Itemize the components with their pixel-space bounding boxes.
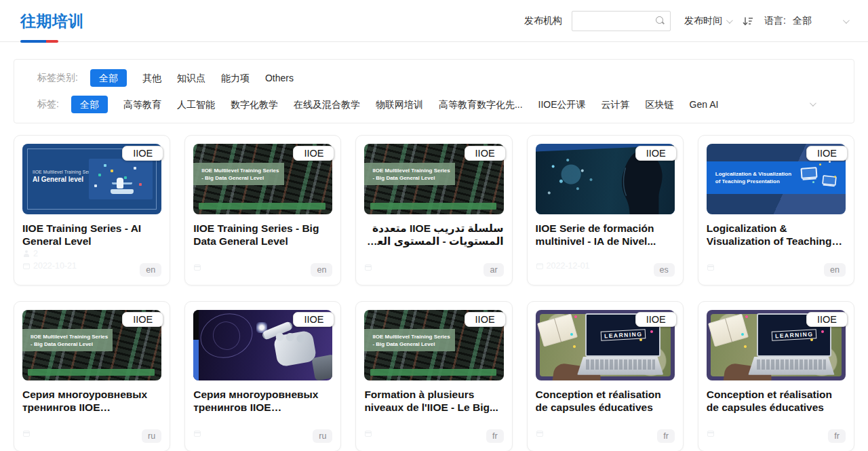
language-select[interactable]: 语言: 全部 xyxy=(764,15,848,27)
tag-chip[interactable]: 高等教育 xyxy=(123,97,161,112)
thumbnail-wrap: LEARNING IIOE xyxy=(707,310,846,380)
card-title: Серия многоуровневых тренингов IIOE «Бол… xyxy=(22,388,161,414)
card-title: IIOE Serie de formación multinivel - IA … xyxy=(536,222,675,248)
card-title: Logicalization & Visualization of Teachi… xyxy=(707,222,846,248)
category-chip[interactable]: 其他 xyxy=(142,71,161,85)
publisher-search xyxy=(572,11,671,31)
thumbnail-wrap: IIOE Multilevel Training Series - Big Da… xyxy=(364,144,503,214)
training-card[interactable]: IIOE Multilevel Training Series - Big Da… xyxy=(355,135,512,286)
tag-chip[interactable]: 人工智能 xyxy=(177,97,215,112)
tag-chip[interactable]: Gen AI xyxy=(690,97,719,112)
card-title: IIOE Training Series - AI General Level xyxy=(22,222,161,248)
card-date-meta: 2022-12-01 xyxy=(536,261,590,271)
iioe-badge: IIOE xyxy=(806,146,848,161)
decor-green-bar xyxy=(199,203,326,209)
category-filter-row: 标签类别: 全部其他知识点能力项Others xyxy=(37,69,831,87)
calendar-icon xyxy=(536,431,543,437)
publisher-label: 发布机构 xyxy=(524,15,562,27)
thumbnail-wrap: Logicalization & Visualization of Teachi… xyxy=(707,144,846,214)
laptop-icon xyxy=(111,189,134,194)
decor-green-bar xyxy=(28,369,155,375)
publish-time-label: 发布时间 xyxy=(684,15,722,27)
card-date-meta xyxy=(365,431,375,437)
decor-green-bar xyxy=(370,369,497,375)
language-badge: fr xyxy=(828,429,846,443)
category-chip[interactable]: Others xyxy=(265,71,294,85)
thumbnail-caption-line1: IIOE Multilevel Training Series xyxy=(372,334,454,340)
training-card[interactable]: IIOE Multilevel Training Series AI Gener… xyxy=(14,135,170,286)
robot-wrist xyxy=(312,354,333,380)
training-card[interactable]: IIOE Серия многоуровневых тренингов IIOE… xyxy=(184,301,341,451)
iioe-badge: IIOE xyxy=(293,312,334,327)
card-date-meta xyxy=(23,431,33,437)
laptop-icon xyxy=(800,168,817,180)
tag-chip[interactable]: IIOE公开课 xyxy=(538,97,586,112)
card-date-meta xyxy=(194,431,204,437)
digital-brain-dots xyxy=(541,151,608,203)
card-title: Conception et réalisation de capsules éd… xyxy=(707,388,846,414)
training-card[interactable]: IIOE IIOE Serie de formación multinivel … xyxy=(527,135,684,286)
card-title: سلسلة تدريب IIOE متعددة المستويات - المس… xyxy=(364,222,503,248)
search-icon[interactable] xyxy=(656,16,665,25)
category-label: 标签类别: xyxy=(37,72,78,84)
language-value: 全部 xyxy=(793,15,812,27)
calendar-icon xyxy=(707,431,714,437)
robot-icon xyxy=(117,178,123,189)
thumbnail-caption-line2: - Big Data General Level xyxy=(372,175,454,181)
calendar-icon xyxy=(23,431,30,437)
training-card[interactable]: LEARNING IIOE Conception et réalisation … xyxy=(698,301,854,451)
training-card[interactable]: IIOE Multilevel Training Series - Big Da… xyxy=(14,301,170,451)
iioe-badge: IIOE xyxy=(293,146,334,161)
category-chip[interactable]: 能力项 xyxy=(221,71,250,85)
iioe-badge: IIOE xyxy=(635,146,677,161)
tag-chip[interactable]: 物联网培训 xyxy=(376,97,423,112)
tag-filter-row: 标签: 全部高等教育人工智能数字化教学在线及混合教学物联网培训高等教育数字化先.… xyxy=(37,96,831,113)
thumbnail-caption-line2: of Teaching Presentation xyxy=(715,178,791,185)
laptop-keyboard xyxy=(577,357,663,375)
training-card[interactable]: Logicalization & Visualization of Teachi… xyxy=(698,135,854,286)
calendar-icon xyxy=(707,264,714,271)
category-chip-list: 全部其他知识点能力项Others xyxy=(90,69,294,87)
tag-label: 标签: xyxy=(37,98,59,111)
publish-time-sort[interactable]: 发布时间 xyxy=(684,15,731,27)
thumbnail-caption: IIOE Multilevel Training Series - Big Da… xyxy=(364,163,454,185)
robot-palm xyxy=(273,330,317,367)
thumbnail-caption: Logicalization & Visualization of Teachi… xyxy=(707,170,791,185)
category-chip[interactable]: 全部 xyxy=(90,69,127,87)
laptop-icon xyxy=(822,175,837,186)
sort-order-icon[interactable] xyxy=(742,16,753,26)
iioe-badge: IIOE xyxy=(122,146,163,161)
tag-chip[interactable]: 全部 xyxy=(71,96,108,113)
thumbnail-caption: IIOE Multilevel Training Series - Big Da… xyxy=(193,163,283,185)
tag-chip[interactable]: 在线及混合教学 xyxy=(294,97,360,112)
thumbnail-wrap: IIOE xyxy=(193,310,332,380)
publish-date: 2022-10-21 xyxy=(33,261,77,271)
tag-chip[interactable]: 高等教育数字化先... xyxy=(439,97,523,112)
chevron-down-icon xyxy=(726,17,733,24)
screen-text: LEARNING xyxy=(600,330,646,341)
thumbnail-caption-line1: IIOE Multilevel Training Series xyxy=(201,168,283,174)
language-badge: es xyxy=(654,263,675,277)
tag-chip[interactable]: 云计算 xyxy=(601,97,630,112)
thumbnail-caption: IIOE Multilevel Training Series - Big Da… xyxy=(22,329,113,351)
screen-text: LEARNING xyxy=(772,330,817,341)
card-date-meta xyxy=(365,264,375,271)
training-card[interactable]: IIOE Multilevel Training Series - Big Da… xyxy=(184,135,341,286)
tag-chip[interactable]: 数字化教学 xyxy=(231,97,278,112)
card-date-meta xyxy=(707,264,717,271)
training-card[interactable]: IIOE Multilevel Training Series - Big Da… xyxy=(355,301,512,451)
filter-panel: 标签类别: 全部其他知识点能力项Others 标签: 全部高等教育人工智能数字化… xyxy=(14,59,854,123)
tag-chip[interactable]: 区块链 xyxy=(646,97,674,112)
thumbnail-wrap: LEARNING IIOE xyxy=(536,310,675,380)
card-title: Серия многоуровневых тренингов IIOE «Бол… xyxy=(193,388,332,414)
card-title: Conception et réalisation de capsules éd… xyxy=(536,388,675,414)
tags-expand-button[interactable] xyxy=(810,97,814,109)
iioe-badge: IIOE xyxy=(465,146,506,161)
language-badge: fr xyxy=(486,429,504,443)
training-card[interactable]: LEARNING IIOE Conception et réalisation … xyxy=(527,301,684,451)
category-chip[interactable]: 知识点 xyxy=(177,71,205,85)
calendar-icon xyxy=(23,263,30,269)
calendar-icon xyxy=(194,264,201,271)
thumbnail-wrap: IIOE Multilevel Training Series - Big Da… xyxy=(193,144,332,214)
chevron-down-icon xyxy=(843,17,850,24)
